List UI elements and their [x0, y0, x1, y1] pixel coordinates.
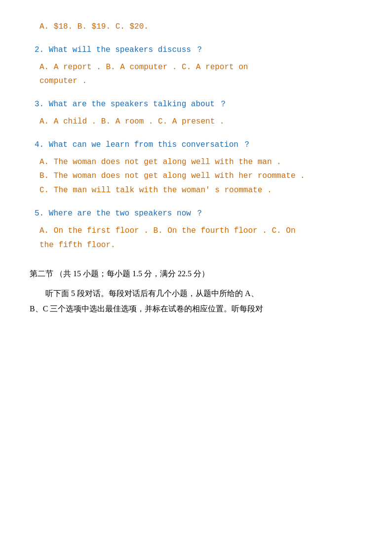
q4-option-b: B. The woman does not get along well wit… [39, 169, 362, 183]
q4-option-c: C. The man will talk with the woman' s r… [39, 183, 362, 198]
section-2-block: 第二节 （共 15 小题；每小题 1.5 分，满分 22.5 分） 听下面 5 … [30, 267, 362, 316]
q5-question-text: 5. Where are the two speakers now ？ [30, 207, 362, 221]
question-3: 3. What are the speakers talking about ？… [30, 97, 362, 129]
q4-question-text: 4. What can we learn from this conversat… [30, 138, 362, 152]
q2-options: A. A report . B. A computer . C. A repor… [39, 60, 362, 75]
section-2-desc-line2: B、C 三个选项中选出最佳选项，并标在试卷的相应位置。听每段对 [30, 301, 362, 316]
q2-options-cont: computer . [39, 74, 362, 88]
section-2-desc-line1: 听下面 5 段对话。每段对话后有几个小题，从题中所给的 A、 [30, 286, 362, 301]
q5-options: A. On the first floor . B. On the fourth… [39, 224, 362, 238]
q5-options-cont: the fifth floor. [39, 238, 362, 253]
q3-options: A. A child . B. A room . C. A present . [39, 115, 362, 129]
question-4: 4. What can we learn from this conversat… [30, 138, 362, 198]
q4-option-a: A. The woman does not get along well wit… [39, 155, 362, 170]
section-2-title: 第二节 （共 15 小题；每小题 1.5 分，满分 22.5 分） [30, 267, 362, 281]
question-1-options: A. $18. B. $19. C. $20. [30, 20, 362, 34]
q2-question-text: 2. What will the speakers discuss ？ [30, 43, 362, 57]
question-5: 5. Where are the two speakers now ？ A. O… [30, 207, 362, 252]
q1-options: A. $18. B. $19. C. $20. [39, 20, 362, 34]
question-2: 2. What will the speakers discuss ？ A. A… [30, 43, 362, 88]
q3-question-text: 3. What are the speakers talking about ？ [30, 97, 362, 112]
